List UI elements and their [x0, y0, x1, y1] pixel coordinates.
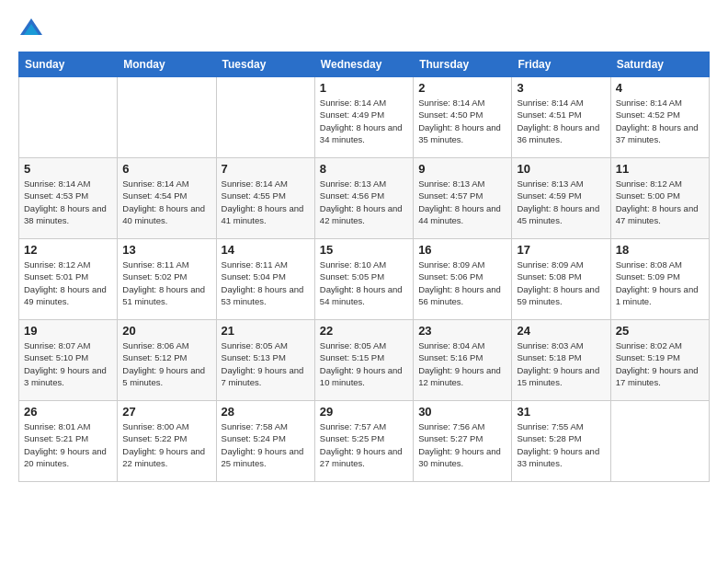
calendar-cell: 8Sunrise: 8:13 AM Sunset: 4:56 PM Daylig… — [314, 158, 413, 239]
weekday-header-friday: Friday — [512, 52, 610, 77]
day-info: Sunrise: 8:04 AM Sunset: 5:16 PM Dayligh… — [418, 339, 506, 388]
day-number: 18 — [616, 243, 704, 257]
calendar-cell: 16Sunrise: 8:09 AM Sunset: 5:06 PM Dayli… — [414, 239, 512, 320]
day-number: 22 — [320, 324, 408, 338]
calendar-cell: 27Sunrise: 8:00 AM Sunset: 5:22 PM Dayli… — [118, 401, 216, 482]
calendar-cell: 13Sunrise: 8:11 AM Sunset: 5:02 PM Dayli… — [118, 239, 216, 320]
calendar-cell: 23Sunrise: 8:04 AM Sunset: 5:16 PM Dayli… — [414, 320, 512, 401]
day-info: Sunrise: 8:14 AM Sunset: 4:51 PM Dayligh… — [517, 97, 605, 145]
day-info: Sunrise: 8:14 AM Sunset: 4:52 PM Dayligh… — [616, 97, 704, 145]
calendar-cell: 20Sunrise: 8:06 AM Sunset: 5:12 PM Dayli… — [118, 320, 216, 401]
day-number: 17 — [517, 243, 605, 257]
calendar-cell: 22Sunrise: 8:05 AM Sunset: 5:15 PM Dayli… — [314, 320, 413, 401]
day-info: Sunrise: 8:14 AM Sunset: 4:55 PM Dayligh… — [222, 178, 310, 226]
day-number: 6 — [122, 162, 210, 176]
week-row-4: 26Sunrise: 8:01 AM Sunset: 5:21 PM Dayli… — [19, 401, 710, 482]
day-info: Sunrise: 8:13 AM Sunset: 4:57 PM Dayligh… — [418, 178, 506, 226]
day-number: 25 — [616, 324, 704, 338]
day-info: Sunrise: 7:56 AM Sunset: 5:27 PM Dayligh… — [418, 420, 506, 469]
day-info: Sunrise: 8:08 AM Sunset: 5:09 PM Dayligh… — [616, 259, 704, 307]
calendar-cell: 18Sunrise: 8:08 AM Sunset: 5:09 PM Dayli… — [610, 239, 709, 320]
calendar-cell: 14Sunrise: 8:11 AM Sunset: 5:04 PM Dayli… — [216, 239, 314, 320]
day-number: 23 — [418, 324, 506, 338]
day-info: Sunrise: 8:13 AM Sunset: 4:59 PM Dayligh… — [517, 178, 605, 226]
day-number: 3 — [517, 81, 605, 95]
calendar-cell: 7Sunrise: 8:14 AM Sunset: 4:55 PM Daylig… — [216, 158, 314, 239]
weekday-header-saturday: Saturday — [610, 52, 709, 77]
day-info: Sunrise: 8:11 AM Sunset: 5:04 PM Dayligh… — [222, 259, 310, 307]
calendar-cell: 28Sunrise: 7:58 AM Sunset: 5:24 PM Dayli… — [216, 401, 314, 482]
weekday-header-thursday: Thursday — [414, 52, 512, 77]
day-number: 29 — [320, 405, 408, 419]
week-row-0: 1Sunrise: 8:14 AM Sunset: 4:49 PM Daylig… — [19, 77, 710, 158]
weekday-header-monday: Monday — [118, 52, 216, 77]
calendar-cell: 29Sunrise: 7:57 AM Sunset: 5:25 PM Dayli… — [314, 401, 413, 482]
calendar-cell: 19Sunrise: 8:07 AM Sunset: 5:10 PM Dayli… — [19, 320, 118, 401]
calendar-cell: 11Sunrise: 8:12 AM Sunset: 5:00 PM Dayli… — [610, 158, 709, 239]
calendar-cell — [19, 77, 118, 158]
calendar-cell: 10Sunrise: 8:13 AM Sunset: 4:59 PM Dayli… — [512, 158, 610, 239]
day-info: Sunrise: 8:12 AM Sunset: 5:01 PM Dayligh… — [24, 259, 112, 307]
calendar-cell — [216, 77, 314, 158]
day-info: Sunrise: 8:14 AM Sunset: 4:54 PM Dayligh… — [122, 178, 210, 226]
day-info: Sunrise: 8:02 AM Sunset: 5:19 PM Dayligh… — [616, 339, 704, 388]
logo-icon — [18, 15, 44, 40]
day-number: 19 — [24, 324, 112, 338]
day-number: 7 — [222, 162, 310, 176]
week-row-3: 19Sunrise: 8:07 AM Sunset: 5:10 PM Dayli… — [19, 320, 710, 401]
day-number: 14 — [222, 243, 310, 257]
day-info: Sunrise: 8:14 AM Sunset: 4:50 PM Dayligh… — [418, 97, 506, 145]
week-row-1: 5Sunrise: 8:14 AM Sunset: 4:53 PM Daylig… — [19, 158, 710, 239]
calendar-cell: 26Sunrise: 8:01 AM Sunset: 5:21 PM Dayli… — [19, 401, 118, 482]
day-number: 11 — [616, 162, 704, 176]
calendar-cell: 30Sunrise: 7:56 AM Sunset: 5:27 PM Dayli… — [414, 401, 512, 482]
calendar-cell: 1Sunrise: 8:14 AM Sunset: 4:49 PM Daylig… — [314, 77, 413, 158]
day-info: Sunrise: 8:10 AM Sunset: 5:05 PM Dayligh… — [320, 259, 408, 307]
day-info: Sunrise: 7:55 AM Sunset: 5:28 PM Dayligh… — [517, 420, 605, 469]
day-info: Sunrise: 8:01 AM Sunset: 5:21 PM Dayligh… — [24, 420, 112, 469]
weekday-header-sunday: Sunday — [19, 52, 118, 77]
day-number: 2 — [418, 81, 506, 95]
calendar-cell: 17Sunrise: 8:09 AM Sunset: 5:08 PM Dayli… — [512, 239, 610, 320]
calendar-cell: 2Sunrise: 8:14 AM Sunset: 4:50 PM Daylig… — [414, 77, 512, 158]
page: SundayMondayTuesdayWednesdayThursdayFrid… — [0, 0, 728, 563]
day-number: 31 — [517, 405, 605, 419]
day-info: Sunrise: 8:11 AM Sunset: 5:02 PM Dayligh… — [122, 259, 210, 307]
weekday-header-wednesday: Wednesday — [314, 52, 413, 77]
day-number: 10 — [517, 162, 605, 176]
day-info: Sunrise: 8:00 AM Sunset: 5:22 PM Dayligh… — [122, 420, 210, 469]
day-number: 21 — [222, 324, 310, 338]
calendar-cell: 9Sunrise: 8:13 AM Sunset: 4:57 PM Daylig… — [414, 158, 512, 239]
day-info: Sunrise: 7:58 AM Sunset: 5:24 PM Dayligh… — [222, 420, 310, 469]
day-number: 1 — [320, 81, 408, 95]
day-number: 28 — [222, 405, 310, 419]
day-number: 5 — [24, 162, 112, 176]
day-info: Sunrise: 8:03 AM Sunset: 5:18 PM Dayligh… — [517, 339, 605, 388]
calendar-cell: 4Sunrise: 8:14 AM Sunset: 4:52 PM Daylig… — [610, 77, 709, 158]
calendar-cell — [610, 401, 709, 482]
day-number: 15 — [320, 243, 408, 257]
calendar-cell: 3Sunrise: 8:14 AM Sunset: 4:51 PM Daylig… — [512, 77, 610, 158]
day-number: 24 — [517, 324, 605, 338]
weekday-header-tuesday: Tuesday — [216, 52, 314, 77]
week-row-2: 12Sunrise: 8:12 AM Sunset: 5:01 PM Dayli… — [19, 239, 710, 320]
day-info: Sunrise: 8:14 AM Sunset: 4:53 PM Dayligh… — [24, 178, 112, 226]
day-number: 27 — [122, 405, 210, 419]
day-number: 12 — [24, 243, 112, 257]
day-info: Sunrise: 8:13 AM Sunset: 4:56 PM Dayligh… — [320, 178, 408, 226]
calendar-body: 1Sunrise: 8:14 AM Sunset: 4:49 PM Daylig… — [19, 77, 710, 482]
day-number: 13 — [122, 243, 210, 257]
day-info: Sunrise: 8:06 AM Sunset: 5:12 PM Dayligh… — [122, 339, 210, 388]
calendar-cell: 5Sunrise: 8:14 AM Sunset: 4:53 PM Daylig… — [19, 158, 118, 239]
weekday-row: SundayMondayTuesdayWednesdayThursdayFrid… — [19, 52, 710, 77]
day-number: 30 — [418, 405, 506, 419]
day-number: 26 — [24, 405, 112, 419]
day-info: Sunrise: 8:05 AM Sunset: 5:13 PM Dayligh… — [222, 339, 310, 388]
day-number: 20 — [122, 324, 210, 338]
day-info: Sunrise: 8:09 AM Sunset: 5:08 PM Dayligh… — [517, 259, 605, 307]
calendar-cell: 21Sunrise: 8:05 AM Sunset: 5:13 PM Dayli… — [216, 320, 314, 401]
calendar-cell: 15Sunrise: 8:10 AM Sunset: 5:05 PM Dayli… — [314, 239, 413, 320]
calendar-cell: 12Sunrise: 8:12 AM Sunset: 5:01 PM Dayli… — [19, 239, 118, 320]
calendar-table: SundayMondayTuesdayWednesdayThursdayFrid… — [18, 52, 710, 482]
calendar-cell — [118, 77, 216, 158]
